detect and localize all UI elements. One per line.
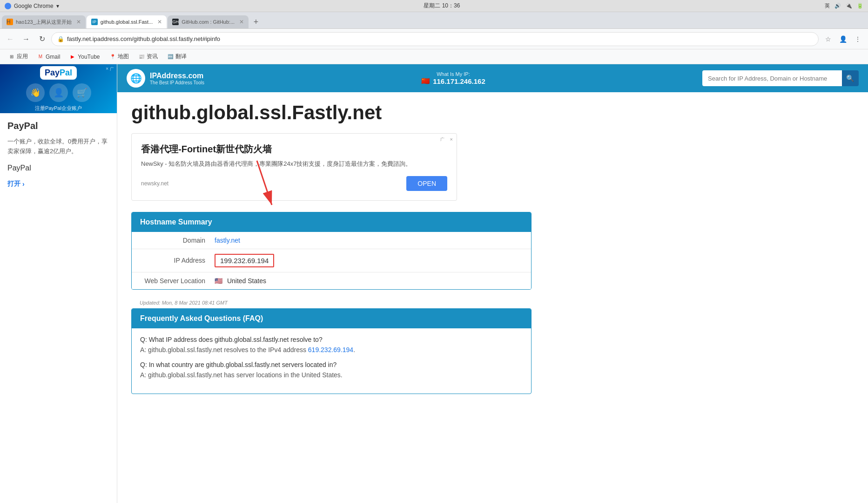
bookmark-translate[interactable]: 🔤 翻译 bbox=[163, 52, 190, 61]
lock-icon: 🔒 bbox=[57, 36, 64, 42]
logo-icon: 🌐 bbox=[127, 69, 145, 88]
refresh-button[interactable]: ↻ bbox=[35, 33, 48, 46]
ad-cta-text: 注册PayPal企业账户 bbox=[35, 105, 82, 112]
lang-indicator[interactable]: 英 bbox=[825, 2, 830, 9]
menu-button[interactable]: ⋮ bbox=[851, 33, 864, 46]
browser-tabs-bar: H hao123_上网从这里开始 ✕ IP github.global.ssl.… bbox=[0, 12, 868, 29]
bookmark-gmail[interactable]: M Gmail bbox=[34, 53, 64, 61]
sidebar-brand: PayPal bbox=[7, 121, 109, 131]
ad-icon-person: 👤 bbox=[49, 83, 68, 102]
summary-row-ip: IP Address 199.232.69.194 bbox=[132, 249, 531, 272]
ip-address-value: 199.232.69.194 bbox=[215, 254, 274, 267]
location-value: 🇺🇸 United States bbox=[215, 277, 266, 285]
domain-label: Domain bbox=[140, 237, 215, 244]
ad-block-description: NewSky - 知名防火墙及路由器香港代理商，專業團隊24x7技術支援，度身訂… bbox=[141, 159, 447, 169]
faq-question-2: Q: In what country are github.global.ssl… bbox=[140, 361, 523, 368]
faq-answer-2: A: github.global.ssl.fastly.net has serv… bbox=[140, 371, 523, 379]
bookmarks-bar: ⊞ 应用 M Gmail ▶ YouTube 📍 地图 📰 资讯 🔤 翻译 bbox=[0, 49, 868, 64]
site-search-input[interactable] bbox=[702, 70, 842, 86]
tab-github[interactable]: GH GitHub.com : GitHub:... ✕ bbox=[168, 15, 249, 28]
address-bar[interactable]: 🔒 fastly.net.ipaddress.com/github.global… bbox=[51, 32, 819, 46]
volume-icon: 🔊 bbox=[834, 3, 841, 9]
domain-value[interactable]: fastly.net bbox=[215, 237, 240, 244]
faq-answer-1-link[interactable]: 619.232.69.194 bbox=[308, 346, 353, 353]
os-system-tray: 英 🔊 🔌 🔋 bbox=[825, 2, 863, 9]
ad-block-close-btn[interactable]: × bbox=[450, 136, 453, 142]
ad-block-url: newsky.net bbox=[141, 180, 168, 187]
ad-block: 广 × 香港代理-Fortinet新世代防火墙 NewSky - 知名防火墙及路… bbox=[131, 133, 457, 201]
ad-icon-cart: 🛒 bbox=[73, 83, 91, 102]
os-datetime: 星期二 10：36 bbox=[424, 2, 460, 10]
main-content: 🌐 IPAddress.com The Best IP Address Tool… bbox=[117, 64, 868, 503]
ad-label: 广 bbox=[110, 66, 114, 72]
bookmark-apps[interactable]: ⊞ 应用 bbox=[5, 52, 32, 61]
bookmark-maps-label: 地图 bbox=[118, 53, 129, 61]
ip-flag: 🇨🇳 bbox=[421, 77, 430, 85]
tab2-close-btn[interactable]: ✕ bbox=[157, 19, 162, 25]
tab3-favicon: GH bbox=[172, 19, 179, 25]
faq-content: Q: What IP address does github.global.ss… bbox=[132, 328, 531, 394]
bookmark-youtube[interactable]: ▶ YouTube bbox=[66, 53, 103, 61]
ad-block-title: 香港代理-Fortinet新世代防火墙 bbox=[141, 143, 447, 156]
back-button[interactable]: ← bbox=[4, 33, 17, 46]
ip-label: What Is My IP: bbox=[421, 71, 485, 77]
hostname-title: github.global.ssl.Fastly.net bbox=[131, 102, 532, 124]
faq-header: Frequently Asked Questions (FAQ) bbox=[132, 309, 531, 328]
maps-icon: 📍 bbox=[109, 54, 116, 60]
page-wrapper: PayPal 👋 👤 🛒 注册PayPal企业账户 广 × PayPal 一个账… bbox=[0, 64, 868, 503]
youtube-icon: ▶ bbox=[69, 54, 76, 60]
faq-answer-1-suffix: . bbox=[353, 346, 355, 353]
tab-hao123[interactable]: H hao123_上网从这里开始 ✕ bbox=[2, 15, 86, 28]
ip-address-label: IP Address bbox=[140, 257, 215, 264]
faq-answer-1-prefix: A: github.global.ssl.fastly.net resolves… bbox=[140, 346, 308, 353]
tab1-close-btn[interactable]: ✕ bbox=[76, 19, 81, 25]
faq-question-1: Q: What IP address does github.global.ss… bbox=[140, 336, 523, 343]
ip-display: What Is My IP: 🇨🇳 116.171.246.162 bbox=[421, 71, 485, 85]
ad-block-open-button[interactable]: OPEN bbox=[406, 176, 447, 191]
tab1-favicon: H bbox=[7, 19, 13, 25]
app-name: Google Chrome bbox=[14, 3, 54, 9]
updated-timestamp: Updated: Mon, 8 Mar 2021 08:41 GMT bbox=[131, 297, 532, 308]
ad-close-btn[interactable]: × bbox=[106, 66, 108, 71]
os-app-info: Google Chrome ▾ bbox=[5, 3, 59, 9]
ip-value: 🇨🇳 116.171.246.162 bbox=[421, 77, 485, 85]
navigation-bar: ← → ↻ 🔒 fastly.net.ipaddress.com/github.… bbox=[0, 29, 868, 49]
bookmark-maps[interactable]: 📍 地图 bbox=[106, 52, 133, 61]
bookmark-star-button[interactable]: ☆ bbox=[821, 33, 834, 46]
app-menu-arrow: ▾ bbox=[56, 3, 59, 9]
site-search-button[interactable]: 🔍 bbox=[842, 70, 859, 86]
nav-actions: ☆ 👤 ⋮ bbox=[821, 33, 864, 46]
summary-row-domain: Domain fastly.net bbox=[132, 232, 531, 249]
site-header: 🌐 IPAddress.com The Best IP Address Tool… bbox=[117, 64, 868, 92]
country-flag: 🇺🇸 bbox=[215, 277, 222, 285]
ad-block-label: 广 bbox=[440, 136, 444, 143]
translate-icon: 🔤 bbox=[167, 54, 174, 60]
bookmark-news[interactable]: 📰 资讯 bbox=[135, 52, 161, 61]
account-button[interactable]: 👤 bbox=[836, 33, 849, 46]
sidebar: PayPal 👋 👤 🛒 注册PayPal企业账户 广 × PayPal 一个账… bbox=[0, 64, 117, 503]
paypal-logo: PayPal bbox=[40, 66, 77, 80]
sidebar-ad-banner: PayPal 👋 👤 🛒 注册PayPal企业账户 广 × bbox=[0, 64, 117, 113]
forward-button[interactable]: → bbox=[20, 33, 33, 46]
tab3-close-btn[interactable]: ✕ bbox=[239, 19, 244, 25]
sidebar-brand2: PayPal bbox=[7, 164, 109, 172]
os-titlebar: Google Chrome ▾ 星期二 10：36 英 🔊 🔌 🔋 bbox=[0, 0, 868, 12]
hostname-summary-table: Hostname Summary Domain fastly.net IP Ad… bbox=[131, 212, 532, 290]
site-logo: 🌐 IPAddress.com The Best IP Address Tool… bbox=[127, 69, 204, 88]
address-text: fastly.net.ipaddress.com/github.global.s… bbox=[67, 35, 220, 42]
bookmark-apps-label: 应用 bbox=[17, 53, 28, 61]
ad-icon-hand: 👋 bbox=[26, 83, 45, 102]
app-icon bbox=[5, 3, 11, 9]
search-bar: 🔍 bbox=[702, 70, 859, 86]
gmail-icon: M bbox=[37, 54, 44, 60]
sidebar-description: 一个账户，收款全球。0费用开户，享卖家保障，赢逾2亿用户。 bbox=[7, 137, 109, 156]
ip-number: 116.171.246.162 bbox=[433, 77, 485, 85]
apps-icon: ⊞ bbox=[8, 54, 15, 60]
sidebar-open-button[interactable]: 打开 › bbox=[7, 180, 109, 188]
ad-icons: 👋 👤 🛒 bbox=[26, 83, 91, 102]
new-tab-button[interactable]: + bbox=[249, 15, 262, 28]
logo-title: IPAddress.com bbox=[150, 72, 204, 80]
summary-row-location: Web Server Location 🇺🇸 United States bbox=[132, 272, 531, 289]
logo-subtitle: The Best IP Address Tools bbox=[150, 80, 204, 85]
tab-fastly[interactable]: IP github.global.ssl.Fast... ✕ bbox=[87, 15, 167, 28]
